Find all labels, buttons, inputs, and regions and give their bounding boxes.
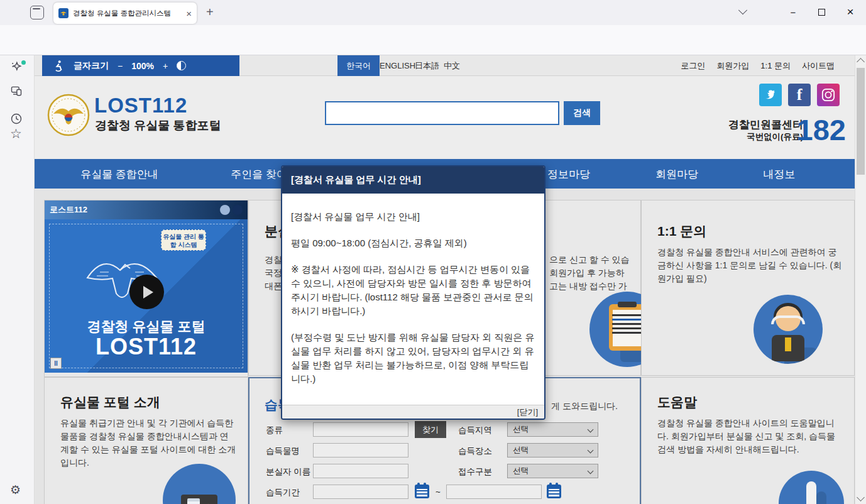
login-link[interactable]: 로그인 bbox=[681, 60, 705, 72]
nav-item-lost-guide[interactable]: 유실물 종합안내 bbox=[80, 167, 158, 182]
police-emblem-logo bbox=[47, 90, 90, 140]
sidebar-notification-dot bbox=[21, 60, 26, 65]
modal-paragraph-1: ※ 경찰서 사정에 따라, 점심시간 등 업무시간 변동이 있을 수 있으니, … bbox=[291, 263, 535, 318]
signup-link[interactable]: 회원가입 bbox=[716, 60, 749, 72]
modal-header: [경찰서 유실물 업무 시간 안내] bbox=[282, 167, 544, 194]
region-select[interactable]: 선택 bbox=[507, 422, 598, 437]
help-title: 도움말 bbox=[657, 393, 697, 411]
ai-sparkle-icon[interactable] bbox=[10, 60, 23, 73]
browser-tab[interactable]: 경찰청 유실물 종합관리시스템 × bbox=[53, 3, 197, 24]
scrollbar-thumb[interactable] bbox=[857, 68, 865, 175]
page-scrollbar[interactable] bbox=[855, 55, 866, 504]
calendar-icon[interactable] bbox=[547, 485, 561, 498]
inquiry-card: 1:1 문의 경찰청 유실물 종합안내 서비스에 관련하여 궁금하신 사항을 1… bbox=[641, 200, 855, 376]
bookmarks-icon[interactable]: ☆ bbox=[10, 126, 22, 141]
video-control-dot-light[interactable] bbox=[220, 205, 230, 215]
field-label-kind: 종류 bbox=[266, 425, 283, 436]
accessibility-icon bbox=[52, 60, 65, 72]
modal-footer: [닫기] bbox=[282, 405, 544, 419]
modal-body: [경찰서 유실물 업무 시간 안내] 평일 09:00~18:00 (점심시간,… bbox=[282, 194, 544, 386]
field-label-loser-name: 분실자 이름 bbox=[266, 466, 310, 478]
lang-tab-chinese[interactable]: 中文 bbox=[444, 55, 460, 76]
headset-icon bbox=[771, 315, 805, 324]
site-header: LOST112 경찰청 유실물 통합포털 검색 f 경찰민원콜센터 국번없이(유… bbox=[35, 76, 855, 159]
close-button[interactable]: × bbox=[836, 0, 864, 24]
receipt-type-select[interactable]: 선택 bbox=[507, 464, 598, 478]
logo-subtitle: 경찰청 유실물 통합포털 bbox=[95, 118, 221, 134]
history-icon[interactable] bbox=[10, 112, 23, 125]
kind-input[interactable] bbox=[313, 422, 408, 437]
play-button[interactable] bbox=[129, 275, 164, 309]
calendar-icon[interactable] bbox=[415, 485, 429, 498]
tab-list-chevron-icon[interactable] bbox=[729, 0, 757, 24]
minimize-button[interactable]: − bbox=[779, 0, 807, 24]
item-name-input[interactable] bbox=[313, 443, 408, 457]
call-center-title: 경찰민원콜센터 bbox=[728, 118, 803, 132]
page-content: 글자크기 − 100% + 한국어 ENGLISH 日本語 中文 로그인 회원가… bbox=[35, 55, 855, 504]
logo-title[interactable]: LOST112 bbox=[94, 94, 187, 118]
counselor-icon[interactable] bbox=[754, 295, 823, 364]
help-text: 경찰청 유실물 종합안내 사이트의 도움말입니다. 회원가입부터 분실물 신고 … bbox=[657, 417, 843, 456]
browser-toolbar: ← → www.lost112.go.kr ☆ bbox=[0, 25, 866, 55]
inquiry-text: 경찰청 유실물 종합안내 서비스에 관련하여 궁금하신 사항을 1:1 문의로 … bbox=[657, 246, 843, 285]
contrast-icon[interactable] bbox=[177, 61, 186, 70]
field-label-item-name: 습득물명 bbox=[266, 446, 300, 457]
zoom-level: 100% bbox=[131, 61, 154, 71]
sitemap-link[interactable]: 사이트맵 bbox=[802, 60, 835, 72]
period-start-input[interactable] bbox=[313, 485, 408, 499]
settings-gear-icon[interactable]: ⚙ bbox=[10, 483, 21, 497]
video-speech-bubble: 유실물 관리 통합 시스템 bbox=[161, 229, 206, 251]
tab-favicon-police-icon bbox=[58, 8, 69, 18]
modal-close-button[interactable]: [닫기] bbox=[517, 407, 538, 418]
nav-item-myinfo[interactable]: 내정보 bbox=[764, 167, 796, 182]
lost-report-text-left: 경찰국정대폰 bbox=[265, 253, 282, 293]
help-icon[interactable] bbox=[779, 471, 844, 504]
maximize-button[interactable] bbox=[808, 0, 835, 24]
scroll-up-icon[interactable] bbox=[857, 58, 865, 66]
place-select[interactable]: 선택 bbox=[507, 443, 598, 457]
pause-button[interactable]: II bbox=[50, 358, 62, 369]
video-control-dot-dark[interactable] bbox=[233, 205, 243, 215]
scroll-down-icon[interactable] bbox=[857, 493, 865, 501]
tab-title: 경찰청 유실물 종합관리시스템 bbox=[73, 9, 182, 18]
lang-tab-korean[interactable]: 한국어 bbox=[337, 55, 380, 76]
field-label-period: 습득기간 bbox=[266, 487, 300, 498]
inquiry-link[interactable]: 1:1 문의 bbox=[760, 60, 791, 72]
vertical-tabs-icon[interactable] bbox=[30, 6, 44, 19]
synced-tabs-icon[interactable] bbox=[10, 85, 23, 97]
monitor-icon[interactable] bbox=[163, 464, 236, 504]
new-tab-button[interactable]: + bbox=[206, 5, 214, 19]
browser-sidebar: ☆ ⚙ bbox=[0, 55, 35, 504]
portal-intro-card: 유실물 포털 소개 유실물 취급기관 안내 및 각 기관에서 습득한 물품을 경… bbox=[44, 377, 248, 504]
top-links: 로그인 회원가입 1:1 문의 사이트맵 bbox=[681, 55, 835, 76]
modal-paragraph-2: (부정수령 및 도난 방지를 위해 유실물 담당자 외 직원은 유실물 업무 처… bbox=[291, 331, 535, 386]
call-center-number: 182 bbox=[797, 112, 846, 147]
lang-tab-japanese[interactable]: 日本語 bbox=[415, 55, 439, 76]
browser-titlebar: 경찰청 유실물 종합관리시스템 × + − × bbox=[0, 0, 866, 25]
loser-name-input[interactable] bbox=[313, 464, 408, 478]
tab-close-icon[interactable]: × bbox=[186, 8, 192, 19]
period-end-input[interactable] bbox=[446, 485, 542, 499]
facebook-icon[interactable]: f bbox=[788, 84, 811, 106]
increase-font-button[interactable]: + bbox=[163, 61, 168, 71]
find-button[interactable]: 찾기 bbox=[415, 421, 446, 438]
instagram-icon[interactable] bbox=[817, 84, 840, 106]
tilde-separator: ~ bbox=[436, 487, 441, 496]
twitter-icon[interactable] bbox=[759, 84, 782, 106]
nav-item-find-owner[interactable]: 주인을 찾아 bbox=[231, 167, 287, 182]
search-button[interactable]: 검색 bbox=[564, 101, 600, 125]
decrease-font-button[interactable]: − bbox=[118, 61, 123, 71]
video-card-title: 로스트112 bbox=[50, 204, 87, 216]
font-size-label: 글자크기 bbox=[74, 60, 109, 72]
video-player[interactable]: 유실물 관리 통합 시스템 경찰청 유실물 포털 LOST112 II bbox=[45, 219, 248, 373]
lang-tab-english[interactable]: ENGLISH bbox=[380, 55, 415, 76]
inquiry-title[interactable]: 1:1 문의 bbox=[657, 222, 706, 240]
search-input[interactable] bbox=[325, 101, 559, 125]
nav-item-member[interactable]: 회원마당 bbox=[655, 167, 698, 182]
nav-item-info[interactable]: 정보마당 bbox=[547, 167, 590, 182]
font-size-control: 글자크기 − 100% + bbox=[42, 55, 239, 76]
help-card: 도움말 경찰청 유실물 종합안내 사이트의 도움말입니다. 회원가입부터 분실물… bbox=[641, 377, 855, 504]
field-label-region: 습득지역 bbox=[458, 425, 492, 436]
browser-window: 경찰청 유실물 종합관리시스템 × + − × ← → www.lost112.… bbox=[0, 0, 866, 504]
field-label-place: 습득장소 bbox=[458, 446, 492, 457]
